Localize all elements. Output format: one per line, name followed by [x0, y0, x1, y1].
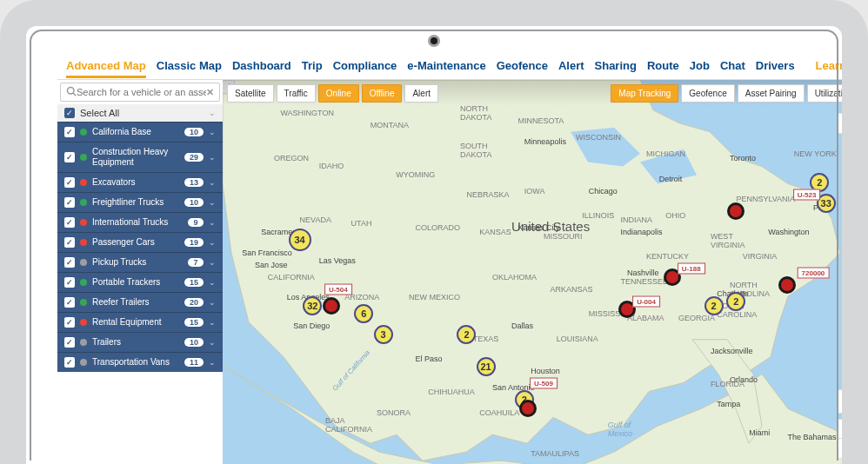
utilization-button[interactable]: Utilization [807, 84, 860, 103]
chevron-down-icon[interactable]: ⌄ [209, 298, 216, 307]
search-input[interactable] [77, 87, 206, 97]
nav-item-trip[interactable]: Trip [302, 59, 323, 72]
status-dot-icon [80, 259, 87, 266]
alert-button[interactable]: Alert [404, 84, 438, 103]
zoom-out-button[interactable]: − [838, 439, 857, 458]
nav-item-drivers[interactable]: Drivers [756, 59, 795, 72]
status-dot-icon [80, 154, 87, 161]
clear-search-icon[interactable]: ✕ [206, 87, 214, 98]
chevron-down-icon[interactable]: ⌄ [209, 153, 216, 162]
group-row[interactable]: ✓Excavators13⌄ [57, 172, 223, 192]
group-checkbox[interactable]: ✓ [64, 177, 75, 188]
group-row[interactable]: ✓Reefer Trailers20⌄ [57, 292, 223, 312]
asset-pairing-button[interactable]: Asset Pairing [738, 84, 805, 103]
chevron-down-icon[interactable]: ⌄ [209, 258, 216, 267]
unit-label[interactable]: U-504 [324, 283, 352, 295]
group-row[interactable]: ✓Trailers10⌄ [57, 332, 223, 352]
satellite-button[interactable]: Satellite [227, 84, 274, 103]
chevron-down-icon[interactable]: ⌄ [209, 109, 216, 117]
group-checkbox[interactable]: ✓ [64, 217, 75, 228]
learning-link[interactable]: Learning [816, 59, 864, 72]
traffic-button[interactable]: Traffic [277, 84, 316, 103]
cluster-marker[interactable]: 2 [726, 292, 745, 311]
group-row[interactable]: ✓California Base10⌄ [57, 122, 223, 142]
chevron-down-icon[interactable]: ⌄ [209, 318, 216, 327]
group-checkbox[interactable]: ✓ [64, 297, 75, 308]
group-row[interactable]: ✓Pickup Trucks7⌄ [57, 252, 223, 272]
group-label: California Base [92, 127, 179, 137]
chevron-down-icon[interactable]: ⌄ [209, 358, 216, 367]
group-row[interactable]: ✓Rental Equipment15⌄ [57, 312, 223, 332]
unit-label[interactable]: U-004 [632, 295, 660, 307]
nav-item-chat[interactable]: Chat [720, 59, 745, 72]
cluster-marker[interactable]: 2 [457, 325, 476, 344]
chevron-down-icon[interactable]: ⌄ [209, 238, 216, 247]
group-label: International Trucks [92, 217, 183, 228]
chevron-down-icon[interactable]: ⌄ [209, 178, 216, 187]
online-button[interactable]: Online [318, 84, 359, 103]
nav-item-compliance[interactable]: Compliance [333, 59, 397, 72]
select-all-checkbox[interactable]: ✓ [64, 108, 75, 118]
top-navbar: Advanced MapClassic MapDashboardTripComp… [57, 52, 865, 80]
nav-item-classic-map[interactable]: Classic Map [157, 59, 222, 72]
nav-item-job[interactable]: Job [690, 59, 710, 72]
map-area[interactable]: ⟨ Satellite Traffic Online Offline Alert… [223, 80, 865, 464]
chevron-down-icon[interactable]: ⌄ [209, 338, 216, 347]
group-row[interactable]: ✓Construction Heavy Equipment29⌄ [57, 142, 223, 172]
cluster-marker[interactable] [727, 202, 744, 220]
chevron-down-icon[interactable]: ⌄ [209, 278, 216, 287]
cluster-marker[interactable] [778, 276, 796, 294]
nav-item-geofence[interactable]: Geofence [497, 59, 548, 72]
group-checkbox[interactable]: ✓ [64, 237, 75, 248]
group-checkbox[interactable]: ✓ [64, 337, 75, 348]
group-checkbox[interactable]: ✓ [64, 197, 75, 208]
group-checkbox[interactable]: ✓ [64, 277, 75, 288]
group-row[interactable]: ✓Passenger Cars19⌄ [57, 232, 223, 252]
group-label: Passenger Cars [92, 237, 179, 248]
map-tracking-button[interactable]: Map Tracking [611, 84, 678, 103]
cluster-marker[interactable]: 6 [354, 304, 373, 323]
chevron-down-icon[interactable]: ⌄ [209, 198, 216, 207]
cluster-marker[interactable] [519, 400, 537, 417]
unit-label[interactable]: U-523 [793, 189, 821, 201]
group-checkbox[interactable]: ✓ [64, 317, 75, 328]
group-label: Construction Heavy Equipment [92, 147, 179, 168]
select-all-row[interactable]: ✓ Select All ⌄ [57, 104, 223, 122]
chevron-down-icon[interactable]: ⌄ [209, 218, 216, 227]
cluster-marker[interactable]: 21 [477, 357, 496, 376]
unit-label[interactable]: 720000 [798, 267, 830, 278]
group-checkbox[interactable]: ✓ [64, 152, 75, 162]
search-input-row[interactable]: ✕ [60, 83, 220, 102]
nav-item-sharing[interactable]: Sharing [595, 59, 637, 72]
cluster-marker[interactable]: 32 [303, 296, 322, 315]
nav-item-advanced-map[interactable]: Advanced Map [66, 59, 146, 78]
group-row[interactable]: ✓International Trucks9⌄ [57, 212, 223, 232]
group-row[interactable]: ✓Portable Trackers15⌄ [57, 272, 223, 292]
nav-item-e-maintenance[interactable]: e-Maintenance [407, 59, 485, 72]
geofence-button[interactable]: Geofence [681, 84, 734, 103]
unit-label[interactable]: U-188 [678, 263, 705, 275]
group-row[interactable]: ✓Freightliner Trucks10⌄ [57, 192, 223, 212]
zoom-in-button[interactable]: + [838, 420, 857, 439]
offline-button[interactable]: Offline [362, 84, 403, 103]
cluster-marker[interactable] [323, 297, 340, 315]
cluster-marker[interactable]: 2 [704, 296, 724, 315]
cluster-marker[interactable]: 3 [374, 325, 393, 344]
nav-item-dashboard[interactable]: Dashboard [232, 59, 291, 72]
group-checkbox[interactable]: ✓ [64, 357, 75, 368]
chevron-down-icon[interactable]: ⌄ [209, 128, 216, 136]
group-checkbox[interactable]: ✓ [64, 127, 75, 137]
nav-item-alert[interactable]: Alert [558, 59, 584, 72]
nav-item-route[interactable]: Route [647, 59, 679, 72]
unit-label[interactable]: U-509 [530, 378, 558, 389]
status-dot-icon [80, 359, 87, 366]
cluster-marker[interactable]: 34 [289, 229, 311, 251]
fullscreen-button[interactable] [837, 113, 858, 134]
pegman-icon[interactable] [837, 389, 858, 414]
group-count-badge: 9 [188, 218, 204, 227]
group-checkbox[interactable]: ✓ [64, 257, 75, 268]
status-dot-icon [80, 339, 87, 346]
group-count-badge: 15 [184, 278, 204, 287]
status-dot-icon [80, 179, 87, 186]
group-row[interactable]: ✓Transportation Vans11⌄ [57, 352, 223, 372]
